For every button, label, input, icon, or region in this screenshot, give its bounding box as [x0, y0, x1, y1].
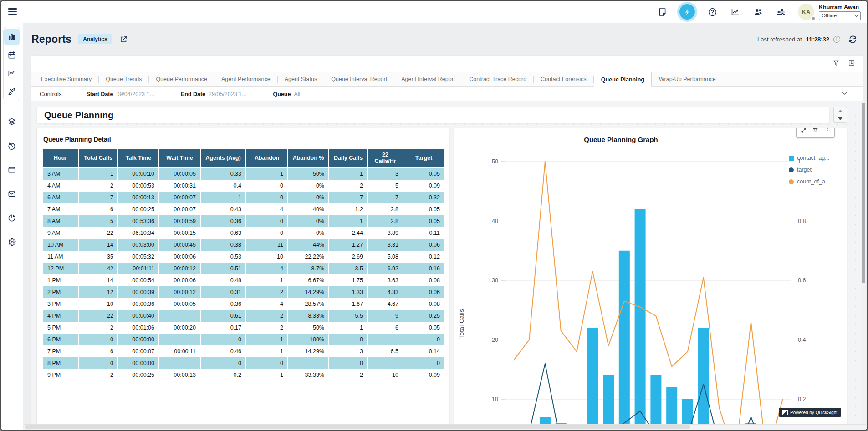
tab-queue-interval-report[interactable]: Queue Interval Report	[324, 72, 394, 86]
legend-item-count-of-a[interactable]: count_of_a...	[789, 178, 844, 185]
bar-12-pm[interactable]	[635, 209, 646, 425]
table-row[interactable]: 6 PM000:00:0001100%00	[43, 334, 444, 345]
control-queue[interactable]: QueueAll	[273, 91, 300, 97]
column-header-daily-calls[interactable]: Daily Calls	[329, 149, 368, 168]
refresh-icon[interactable]	[847, 34, 858, 45]
combo-chart-plot[interactable]: 501400.8300.6200.4100.2	[454, 128, 847, 425]
column-header-abandon[interactable]: Abandon	[246, 149, 288, 168]
bar-6-am[interactable]	[540, 417, 551, 425]
sidebar-item-layers[interactable]	[4, 113, 20, 130]
tab-queue-performance[interactable]: Queue Performance	[149, 72, 214, 86]
sidebar-item-pie-chart[interactable]	[4, 210, 20, 226]
controls-collapse-icon[interactable]	[841, 90, 848, 98]
table-cell: 40%	[288, 203, 329, 215]
queue-planning-table[interactable]: HourTotal CallsTalk TimeWait TimeAgents …	[43, 149, 444, 381]
users-icon[interactable]	[752, 6, 763, 17]
column-header-agents-avg[interactable]: Agents (Avg)	[201, 149, 246, 168]
hamburger-menu-icon[interactable]	[8, 6, 20, 18]
table-row[interactable]: 4 AM200:00:5300:00:310.400%250.09	[43, 180, 444, 192]
sidebar-item-settings[interactable]	[4, 234, 20, 250]
lightning-button[interactable]	[679, 4, 695, 20]
tab-queue-planning[interactable]: Queue Planning	[594, 72, 652, 87]
tab-executive-summary[interactable]: Executive Summary	[34, 72, 98, 86]
table-row[interactable]: 3 PM1000:00:3600:00:050.36428.57%1.674.6…	[43, 298, 444, 310]
sidebar-item-line-chart[interactable]	[4, 65, 20, 81]
table-row[interactable]: 8 PM000:00:000000	[43, 357, 444, 369]
horizontal-scrollbar-thumb[interactable]	[25, 425, 690, 429]
sliders-icon[interactable]	[775, 6, 786, 17]
column-header-talk-time[interactable]: Talk Time	[118, 149, 159, 168]
table-row[interactable]: 7 AM600:00:2500:00:070.43440%1.22.80.05	[43, 203, 444, 215]
table-cell: 0.63	[201, 227, 246, 239]
info-icon[interactable]: i	[833, 36, 840, 43]
table-cell: 0.05	[403, 322, 444, 334]
table-row[interactable]: 10 AM1400:03:0000:00:450.381144%1.273.31…	[43, 239, 444, 251]
horizontal-scrollbar[interactable]	[24, 424, 866, 429]
analytics-line-chart-icon[interactable]	[730, 6, 740, 17]
tab-contract-trace-record[interactable]: Contract Trace Record	[462, 72, 533, 86]
column-header-abandon[interactable]: Abandon %	[288, 149, 329, 168]
expand-icon[interactable]	[801, 128, 807, 135]
table-cell: 00:00:06	[159, 274, 201, 286]
chart-filter-icon[interactable]	[812, 128, 818, 135]
control-end-date[interactable]: End Date29/05/2023 1...	[181, 91, 247, 97]
control-start-date[interactable]: Start Date09/04/2023 1...	[86, 91, 154, 97]
avatar[interactable]: KA	[798, 4, 814, 20]
sidebar-item-calendar[interactable]	[4, 47, 20, 63]
table-row[interactable]: 11 AM3500:05:3200:00:060.531022.22%2.695…	[43, 251, 444, 263]
vertical-scrollbar[interactable]	[861, 102, 866, 424]
quicksight-logo-icon	[782, 410, 788, 415]
note-icon[interactable]	[657, 6, 668, 17]
bar-4-pm[interactable]	[698, 328, 709, 425]
bar-10-am[interactable]	[603, 375, 614, 425]
bar-9-am[interactable]	[587, 328, 598, 425]
sidebar-item-bar-chart[interactable]	[4, 29, 20, 45]
bar-1-pm[interactable]	[650, 375, 661, 425]
table-row[interactable]: 12 PM4200:01:1100:00:120.5148.7%3.56.920…	[43, 263, 444, 274]
legend-item-target[interactable]: target	[789, 167, 844, 173]
stepper-up-icon[interactable]	[838, 110, 842, 112]
table-row[interactable]: 2 PM1200:00:3900:00:120.31214.29%1.334.3…	[43, 286, 444, 298]
stepper-down-icon[interactable]	[838, 117, 842, 120]
tab-agent-status[interactable]: Agent Status	[278, 72, 324, 86]
table-row[interactable]: 5 PM200:01:0600:00:200.17250%160.05	[43, 322, 444, 334]
table-row[interactable]: 7 PM600:00:0700:00:110.46114.29%36.50.14	[43, 345, 444, 357]
help-icon[interactable]	[707, 6, 718, 17]
filter-icon[interactable]	[832, 59, 840, 68]
sidebar-item-history[interactable]	[4, 137, 20, 154]
tab-queue-trends[interactable]: Queue Trends	[99, 72, 148, 86]
tab-agent-performance[interactable]: Agent Performance	[214, 72, 277, 86]
presence-dot-icon	[811, 16, 816, 21]
line-series-count-of-a[interactable]	[513, 162, 782, 425]
status-select[interactable]: Offline	[819, 11, 861, 20]
bar-11-am[interactable]	[619, 251, 630, 425]
tab-agent-interval-report[interactable]: Agent Interval Report	[394, 72, 462, 86]
sidebar-item-design[interactable]	[4, 83, 20, 100]
table-row[interactable]: 3 AM100:00:1000:00:050.33150%130.05	[43, 168, 444, 180]
external-link-icon[interactable]	[120, 35, 128, 43]
vertical-scrollbar-thumb[interactable]	[862, 103, 865, 283]
tab-contact-forensics[interactable]: Contact Forensics	[534, 72, 593, 86]
column-header-wait-time[interactable]: Wait Time	[159, 149, 201, 168]
legend-item-contact-ag[interactable]: contact_ag...	[789, 155, 844, 161]
controls-row[interactable]: Controls Start Date09/04/2023 1...End Da…	[31, 87, 863, 101]
table-cell: 2	[79, 369, 118, 381]
kebab-menu-icon[interactable]	[824, 128, 830, 135]
sidebar-item-mail[interactable]	[4, 186, 20, 202]
table-row[interactable]: 1 PM1400:00:5400:00:060.4816.67%1.753.63…	[43, 274, 444, 286]
sidebar-item-browser[interactable]	[4, 162, 20, 178]
export-icon[interactable]	[848, 59, 855, 68]
column-header-22-calls-hr[interactable]: 22 Calls/Hr	[368, 149, 403, 168]
bar-2-pm[interactable]	[666, 387, 677, 425]
bar-3-pm[interactable]	[682, 399, 693, 425]
table-row[interactable]: 6 AM700:00:1300:00:07100%770.32	[43, 192, 444, 203]
tab-wrap-up-performance[interactable]: Wrap-Up Performance	[652, 72, 723, 86]
table-row[interactable]: 8 AM500:53:3600:00:590.3600%12.80.05	[43, 215, 444, 227]
table-row[interactable]: 9 AM2206:10:3400:00:150.6300%2.443.890.1…	[43, 227, 444, 239]
column-header-target[interactable]: Target	[403, 149, 444, 168]
table-row[interactable]: 4 PM2200:00:400.6128.33%5.590.25	[43, 310, 444, 322]
column-header-total-calls[interactable]: Total Calls	[79, 149, 118, 168]
column-header-hour[interactable]: Hour	[43, 149, 79, 168]
table-row[interactable]: 9 PM200:00:2500:00:130.2133.33%2100.09	[43, 369, 444, 381]
sheet-stepper[interactable]	[833, 107, 847, 123]
